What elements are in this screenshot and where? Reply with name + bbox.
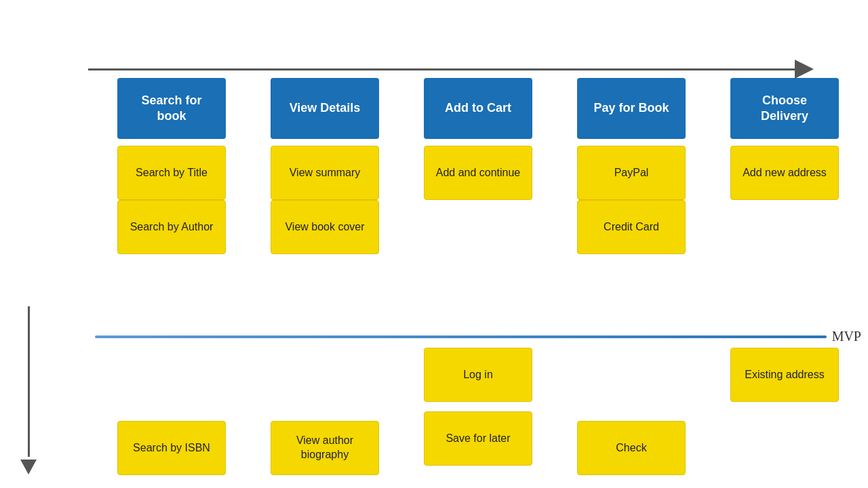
below-top-task-col-delivery-existing-address: Existing address [730,348,839,402]
activity-col-cart: Add to Cart [424,78,532,139]
below-top-task-col-cart-log-in: Log in [424,348,532,402]
task-col-search-search-by-author: Search by Author [117,200,226,254]
activity-col-pay: Pay for Book [577,78,686,139]
below-task-col-cart-save-for-later: Save for later [424,411,532,466]
column-col-view: View DetailsView summaryView book cover [248,75,401,254]
columns-wrapper: Search for bookSearch by TitleSearch by … [95,75,861,254]
activity-col-delivery: Choose Delivery [730,78,839,139]
task-col-view-view-summary: View summary [271,146,379,200]
mvp-line-container: MVP [95,329,861,344]
column-col-delivery: Choose DeliveryAdd new address [708,75,861,254]
activity-col-search: Search for book [117,78,226,139]
column-col-search: Search for bookSearch by TitleSearch by … [95,75,248,254]
below-col-col-search: Search by ISBN [95,344,248,475]
below-col-col-pay: Check [555,344,708,475]
below-task-col-view-view-author-biography: View author biography [271,421,379,475]
axis-arrow-line [28,306,30,457]
column-col-cart: Add to CartAdd and continue [401,75,555,254]
below-mvp-wrapper: Search by ISBNView author biographyLog i… [95,344,861,475]
below-col-col-view: View author biography [248,344,401,475]
mvp-label: MVP [832,329,861,344]
task-col-search-search-by-title: Search by Title [117,146,226,200]
below-task-col-pay-check: Check [577,421,686,475]
task-col-cart-add-and-continue: Add and continue [424,146,532,200]
below-task-col-search-search-by-isbn: Search by ISBN [117,421,226,475]
task-col-pay-paypal: PayPal [577,146,686,200]
left-axis [8,149,49,474]
column-col-pay: Pay for BookPayPalCredit Card [555,75,708,254]
arrow-line [88,68,795,70]
task-col-delivery-add-new-address: Add new address [730,146,839,200]
task-col-view-view-book-cover: View book cover [271,200,379,254]
below-col-col-cart: Log inSave for later [401,344,555,475]
page-title [0,0,868,16]
task-col-pay-credit-card: Credit Card [577,200,686,254]
below-col-col-delivery: Existing address [708,344,861,475]
activity-col-view: View Details [271,78,379,139]
axis-arrow-head [20,460,37,474]
mvp-line [95,336,827,338]
